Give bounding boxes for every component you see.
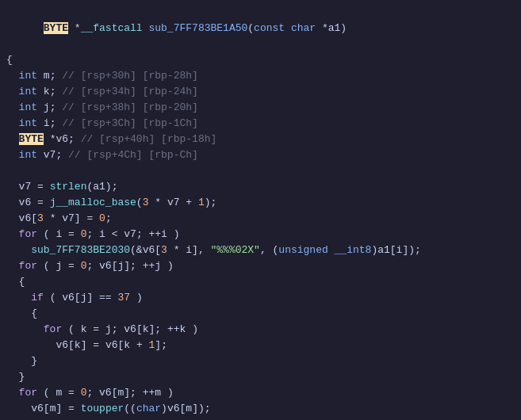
code-line-25: return v6;: [0, 417, 521, 420]
keyword-byte: BYTE: [44, 22, 68, 34]
code-line-13: for ( i = 0; i < v7; ++i ): [0, 227, 521, 242]
code-line-8: int v7; // [rsp+4Ch] [rbp-Ch]: [0, 147, 521, 163]
code-line-3: int m; // [rsp+30h] [rbp-28h]: [0, 68, 521, 84]
code-line-11: v6 = j__malloc_base(3 * v7 + 1);: [0, 195, 521, 211]
code-line-10: v7 = strlen(a1);: [0, 179, 521, 195]
code-line-18: {: [0, 306, 521, 322]
code-line-14: sub_7FF783BE2030(&v6[3 * i], "%%%02X", (…: [0, 242, 521, 258]
code-container: BYTE *__fastcall sub_7FF783BE1A50(const …: [0, 0, 521, 420]
code-line-17: if ( v6[j] == 37 ): [0, 290, 521, 306]
code-line-4: int k; // [rsp+34h] [rbp-24h]: [0, 84, 521, 100]
code-line-7: BYTE *v6; // [rsp+40h] [rbp-18h]: [0, 132, 521, 147]
code-line-15: for ( j = 0; v6[j]; ++j ): [0, 258, 521, 274]
code-line-6: int i; // [rsp+3Ch] [rbp-1Ch]: [0, 116, 521, 132]
code-line-19: for ( k = j; v6[k]; ++k ): [0, 322, 521, 338]
code-line-20: v6[k] = v6[k + 1];: [0, 338, 521, 353]
code-line-22: }: [0, 369, 521, 385]
code-line-5: int j; // [rsp+38h] [rbp-20h]: [0, 100, 521, 116]
code-line-12: v6[3 * v7] = 0;: [0, 211, 521, 227]
code-line-16: {: [0, 274, 521, 290]
code-line-24: v6[m] = toupper((char)v6[m]);: [0, 401, 521, 417]
keyword-byte-2: BYTE: [19, 133, 44, 145]
code-line-9: [0, 163, 521, 179]
code-line-21: }: [0, 353, 521, 369]
code-line-1: BYTE *__fastcall sub_7FF783BE1A50(const …: [0, 5, 521, 52]
code-line-2: {: [0, 52, 521, 68]
code-line-23: for ( m = 0; v6[m]; ++m ): [0, 385, 521, 401]
